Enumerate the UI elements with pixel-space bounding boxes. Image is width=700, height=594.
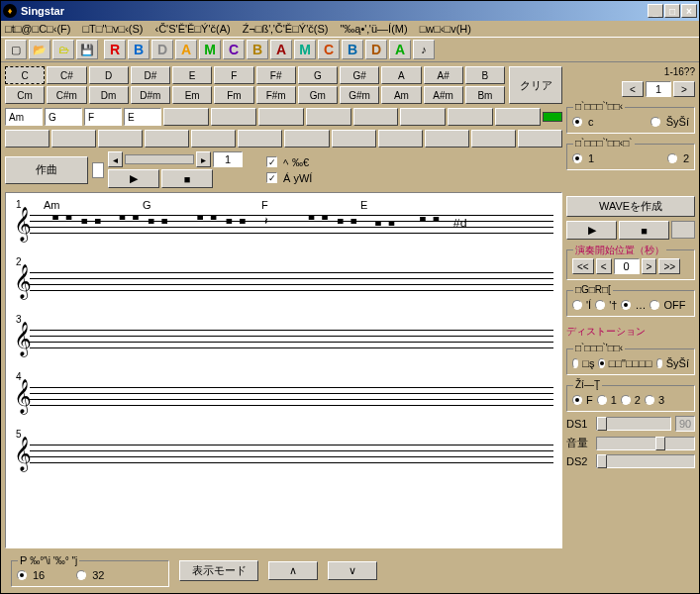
slot-erow2-10[interactable] (471, 130, 516, 148)
minor-bm[interactable]: Bm (465, 86, 505, 104)
radio-g4-2[interactable] (656, 358, 662, 368)
radio-g3-0[interactable] (572, 300, 582, 310)
toolbar-letter-c-5[interactable]: C (223, 40, 245, 59)
toolbar-letter-b-1[interactable]: B (128, 40, 150, 59)
menu-m[interactable]: "‰ą•'‚'ü—Í(M) (340, 23, 407, 35)
ds1-slider[interactable] (596, 417, 671, 431)
slot-erow1-5[interactable] (400, 108, 446, 126)
minor-fm[interactable]: Fm (214, 86, 253, 104)
toolbar-letter-d-2[interactable]: D (151, 40, 173, 59)
minor-dsm[interactable]: D#m (131, 86, 170, 104)
minimize-button[interactable]: _ (648, 4, 663, 18)
staff-area[interactable]: 1 𝄞 AmGFE � (5, 192, 562, 548)
compose-button[interactable]: 作曲 (5, 156, 88, 184)
radio-g2-0[interactable] (572, 153, 582, 163)
major-gs[interactable]: G# (340, 66, 379, 84)
minor-am[interactable]: Am (381, 86, 421, 104)
minor-gsm[interactable]: G#m (340, 86, 379, 104)
menu-file[interactable]: □t□@□C□‹(F) (5, 23, 70, 35)
toolbar-letter-m-8[interactable]: M (294, 40, 316, 59)
major-f[interactable]: F (214, 66, 253, 84)
toolbar-letter-r-0[interactable]: R (104, 40, 126, 59)
slot-erow2-3[interactable] (145, 130, 189, 148)
slot-erow2-8[interactable] (378, 130, 423, 148)
slot-erow2-1[interactable] (51, 130, 96, 148)
close-button[interactable]: × (681, 4, 697, 18)
radio-g4-1[interactable] (598, 358, 604, 368)
radio-g1-1[interactable] (650, 117, 660, 127)
menu-help[interactable]: □w□‹□v(H) (420, 23, 471, 35)
slot-erow1-4[interactable] (353, 108, 399, 126)
toolbar-letter-b-6[interactable]: B (247, 40, 268, 59)
minor-dm[interactable]: Dm (89, 86, 129, 104)
checkbox-b[interactable] (266, 172, 277, 183)
radio-g4-0[interactable] (572, 358, 578, 368)
major-a[interactable]: A (381, 66, 421, 84)
check-a-row[interactable]: ﾍ ‰€ (266, 156, 312, 168)
minor-asm[interactable]: A#m (424, 86, 463, 104)
radio-g5-0[interactable] (572, 395, 582, 405)
menu-s[interactable]: Ź¬□ß'‚'Č'Ě□Ý'č(S) (243, 23, 329, 35)
wave-play-button[interactable]: ▶ (566, 221, 617, 240)
major-ds[interactable]: D# (131, 66, 170, 84)
stop-button[interactable]: ■ (161, 169, 213, 188)
perf-fwd-button[interactable]: > (642, 258, 657, 274)
page-prev-button[interactable]: < (622, 81, 644, 97)
major-fs[interactable]: F# (256, 66, 296, 84)
open-icon[interactable]: 📂 (29, 40, 50, 59)
slot-erow1-3[interactable] (306, 108, 351, 126)
slot-erow2-5[interactable] (238, 130, 282, 148)
slot-erow2-11[interactable] (518, 130, 562, 148)
seq-4[interactable]: E (124, 108, 161, 126)
radio-p-16[interactable] (17, 570, 27, 580)
major-c[interactable]: C (5, 66, 45, 84)
toolbar-letter-m-4[interactable]: M (199, 40, 221, 59)
slot-erow2-0[interactable] (5, 130, 50, 148)
minor-fsm[interactable]: F#m (256, 86, 296, 104)
down-button[interactable]: ∨ (328, 561, 377, 580)
save-icon[interactable]: 💾 (76, 40, 98, 59)
maximize-button[interactable]: □ (664, 4, 680, 18)
perf-ffwd-button[interactable]: >> (658, 258, 680, 274)
small-box[interactable] (92, 162, 104, 178)
metronome-icon[interactable]: ♪ (413, 40, 435, 59)
toolbar-letter-a-12[interactable]: A (389, 40, 411, 59)
major-as[interactable]: A# (424, 66, 463, 84)
toolbar-letter-a-7[interactable]: A (270, 40, 292, 59)
major-d[interactable]: D (89, 66, 129, 84)
volume-slider[interactable] (596, 437, 695, 450)
major-b[interactable]: B (465, 66, 505, 84)
position-value[interactable]: 1 (213, 151, 243, 167)
slot-erow1-2[interactable] (258, 108, 304, 126)
new-icon[interactable]: ▢ (5, 40, 27, 59)
check-b-row[interactable]: Á yWÍ (266, 172, 312, 184)
major-cs[interactable]: C# (47, 66, 86, 84)
minor-gm[interactable]: Gm (298, 86, 338, 104)
toolbar-letter-c-9[interactable]: C (318, 40, 340, 59)
radio-g3-2[interactable] (621, 300, 631, 310)
checkbox-a[interactable] (266, 156, 277, 167)
slot-erow2-6[interactable] (284, 130, 329, 148)
wave-stop-button[interactable]: ■ (619, 221, 669, 240)
up-button[interactable]: ∧ (268, 561, 318, 580)
menu-sample[interactable]: □T□"□v□‹(S) (82, 23, 143, 35)
major-g[interactable]: G (298, 66, 338, 84)
create-wave-button[interactable]: WAVEを作成 (566, 196, 695, 217)
scroll-right-button[interactable]: ▸ (196, 151, 211, 167)
radio-p-32[interactable] (76, 570, 86, 580)
slot-erow1-7[interactable] (495, 108, 541, 126)
radio-g5-2[interactable] (621, 395, 631, 405)
radio-g1-0[interactable] (572, 117, 582, 127)
seq-3[interactable]: F (84, 108, 122, 126)
perf-rewind-button[interactable]: << (572, 258, 594, 274)
radio-g2-1[interactable] (667, 153, 677, 163)
radio-g5-3[interactable] (645, 395, 654, 405)
perf-back-button[interactable]: < (596, 258, 612, 274)
slot-erow2-2[interactable] (98, 130, 143, 148)
slot-erow2-4[interactable] (191, 130, 236, 148)
minor-csm[interactable]: C#m (47, 86, 86, 104)
play-button[interactable]: ▶ (108, 169, 159, 188)
toolbar-letter-d-11[interactable]: D (365, 40, 387, 59)
toolbar-letter-a-3[interactable]: A (175, 40, 197, 59)
ds2-slider[interactable] (596, 454, 695, 468)
